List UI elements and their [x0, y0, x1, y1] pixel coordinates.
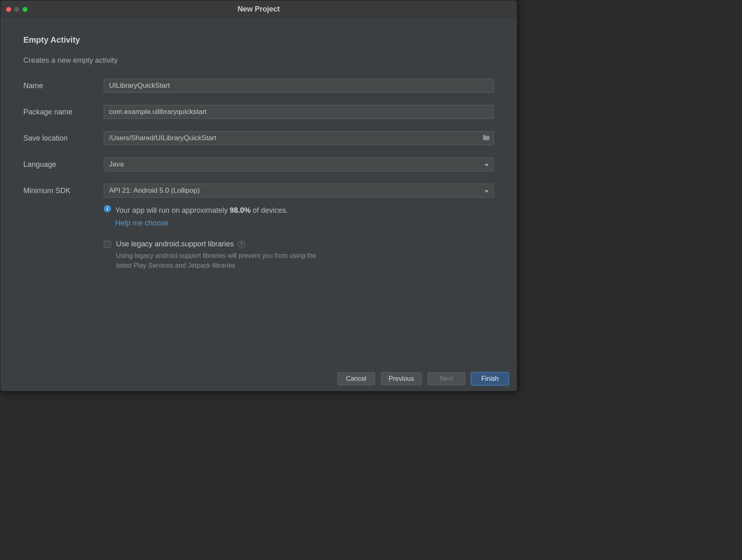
finish-button[interactable]: Finish: [471, 372, 509, 385]
info-suffix: of devices.: [251, 206, 288, 214]
language-label: Language: [23, 160, 104, 169]
next-button: Next: [428, 372, 465, 385]
cancel-button[interactable]: Cancel: [337, 372, 375, 385]
window-controls: [6, 7, 27, 12]
legacy-checkbox[interactable]: [104, 241, 111, 248]
folder-icon[interactable]: [483, 134, 490, 143]
titlebar: New Project: [0, 0, 517, 18]
legacy-label: Use legacy android.support libraries: [116, 240, 234, 248]
location-input[interactable]: [104, 131, 494, 145]
row-location: Save location: [23, 131, 494, 145]
footer: Cancel Previous Next Finish: [0, 366, 517, 391]
language-select[interactable]: Java: [104, 157, 494, 171]
new-project-window: New Project Empty Activity Creates a new…: [0, 0, 517, 392]
package-label: Package name: [23, 108, 104, 116]
previous-button[interactable]: Previous: [381, 372, 422, 385]
page-subheading: Creates a new empty activity: [23, 56, 494, 65]
sdk-info-text: Your app will run on approximately 98.0%…: [115, 204, 288, 229]
sdk-label: Minimum SDK: [23, 187, 104, 195]
info-percent: 98.0%: [230, 206, 251, 214]
legacy-text: Use legacy android.support libraries ? U…: [116, 240, 329, 271]
language-value: Java: [109, 160, 124, 168]
info-prefix: Your app will run on approximately: [115, 206, 230, 214]
row-name: Name: [23, 79, 494, 93]
help-me-choose-link[interactable]: Help me choose: [115, 219, 168, 227]
chevron-down-icon: [485, 187, 489, 195]
page-heading: Empty Activity: [23, 35, 494, 45]
chevron-down-icon: [485, 160, 489, 168]
window-title: New Project: [0, 5, 517, 14]
row-language: Language Java: [23, 157, 494, 171]
name-input[interactable]: [104, 79, 494, 93]
row-package: Package name: [23, 105, 494, 119]
name-label: Name: [23, 82, 104, 90]
info-icon: i: [104, 205, 111, 212]
sdk-value: API 21: Android 5.0 (Lollipop): [109, 187, 200, 195]
help-icon[interactable]: ?: [238, 241, 245, 248]
sdk-info: i Your app will run on approximately 98.…: [104, 204, 494, 229]
sdk-select[interactable]: API 21: Android 5.0 (Lollipop): [104, 184, 494, 198]
package-input[interactable]: [104, 105, 494, 119]
row-sdk: Minimum SDK API 21: Android 5.0 (Lollipo…: [23, 184, 494, 198]
minimize-icon[interactable]: [14, 7, 19, 12]
legacy-block: Use legacy android.support libraries ? U…: [104, 240, 494, 271]
location-label: Save location: [23, 134, 104, 143]
legacy-hint: Using legacy android.support libraries w…: [116, 251, 329, 271]
maximize-icon[interactable]: [23, 7, 27, 12]
location-input-wrap: [104, 131, 494, 145]
content-area: Empty Activity Creates a new empty activ…: [0, 18, 517, 366]
close-icon[interactable]: [6, 7, 11, 12]
